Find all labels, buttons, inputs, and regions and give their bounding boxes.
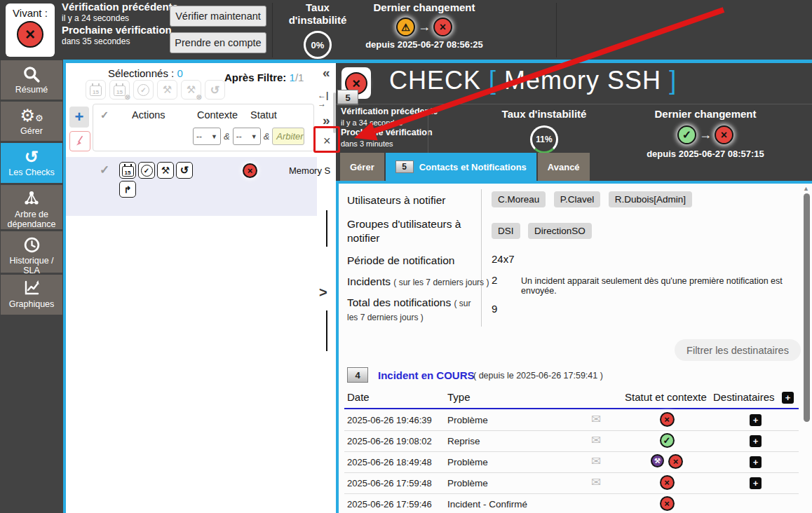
calendar-15-icon: 15 [90,86,102,96]
envelope-badge-icon: 5 [395,160,414,173]
bracket-open: [ [489,66,496,95]
search-icon [2,65,61,83]
add-recipient-button[interactable]: + [750,477,762,489]
check-now-button[interactable]: Vérifier maintenant [170,6,266,27]
notification-date: 2025-06-26 19:08:02 [347,436,432,446]
users-chips: C.Moreau P.Clavel R.Dubois[Admin] [492,191,697,207]
bracket-close: ] [669,66,677,95]
context-filter-select[interactable]: --▼ [193,128,221,145]
bulk-downtime-button[interactable]: ⚒ [157,80,177,100]
sidebar-item-resume[interactable]: Résumé [1,60,62,100]
sidebar-item-gerer[interactable]: ⚙⚙ Gérer [1,102,62,141]
scrollbar-thumb[interactable] [804,193,810,422]
check-title-prefix: CHECK [389,66,481,95]
sidebar-item-arbre[interactable]: Arbre de dépendance [1,185,62,229]
and-separator: & [264,131,270,142]
select-all-check[interactable]: ✓ [100,109,109,121]
incidents-label-text: Incidents [347,275,391,287]
user-chip[interactable]: C.Moreau [492,191,546,207]
notification-row: 2025-06-26 17:59:48 Problème ✉ × + [344,472,799,494]
group-chip[interactable]: DSI [492,223,520,239]
tools-icon: ⚒ [163,83,172,96]
check-timing-block: Vérification précédente il y a 24 second… [62,1,178,47]
broom-icon [74,135,86,147]
clear-filters-button[interactable] [69,131,90,151]
collapse-panel-button[interactable]: « [323,66,330,79]
table-header-recipients: Destinataires [713,391,775,403]
splitter-line-top [326,210,327,247]
check-title: CHECK [ Memory SSH ] [389,66,677,95]
column-actions: Actions [132,109,165,121]
sidebar-item-label: Historique / SLA [9,256,53,275]
add-recipient-button[interactable]: + [750,435,762,447]
add-check-button[interactable]: + [69,107,89,128]
add-recipient-header-button[interactable]: + [782,392,794,404]
row-acknowledge-button[interactable]: ✓ [138,162,155,179]
add-recipient-button[interactable]: + [750,456,762,468]
row-downtime-button[interactable]: ⚒ [157,162,174,179]
row-select-check[interactable]: ✓ [100,163,109,177]
and-separator: & [224,131,230,142]
notification-date: 2025-06-26 17:59:46 [347,499,432,509]
splitter-chevron[interactable]: > [319,285,327,301]
cancel-x-mark: ⊗ [125,94,130,101]
table-header-type: Type [447,391,471,403]
tab-contacts-notifications[interactable]: 5 Contacts et Notifications [386,153,536,181]
ok-state-icon: ✓ [677,125,696,144]
detail-last-change-block: Dernier changement ✓ → × depuis 2025-06-… [635,108,776,160]
row-check-name[interactable]: Memory S [289,165,330,176]
last-change-since: depuis 2025-06-27 08:57:15 [635,149,776,160]
after-filter-label: Après Filtre: 1/1 [224,71,304,83]
error-state-icon: × [715,125,733,144]
last-change-since: depuis 2025-06-27 08:56:25 [365,39,484,50]
name-filter-input[interactable]: Arbiter [272,128,304,145]
expand-panel-button[interactable]: » [323,114,330,127]
top-status-bar: Vivant : × Vérification précédente il y … [0,0,812,60]
downtime-status-icon: ⚒ [651,454,664,467]
sidebar-item-graphiques[interactable]: Graphiques [1,275,62,315]
acknowledge-button[interactable]: Prendre en compte [170,32,266,53]
row-calendar-button[interactable]: 15 [119,162,136,179]
tab-gerer[interactable]: Gérer [340,153,384,181]
notification-type: Problème [447,415,488,425]
last-change-label: Dernier changement [365,1,484,14]
status-filter-select[interactable]: --▼ [233,128,261,145]
warning-state-icon: ⚠ [396,18,415,36]
calendar-15-cancel-icon: 15 [114,86,126,96]
check-row-memory-ssh[interactable]: ✓ 15 ✓ ⚒ ↺ ↱ × Memory S [66,157,317,216]
sidebar-nav: Résumé ⚙⚙ Gérer ↺ Les Checks Arbre de dé… [0,60,63,513]
sidebar-item-historique[interactable]: Historique / SLA [1,231,62,273]
notification-type: Reprise [447,436,480,446]
bulk-recheck-button[interactable]: ↺ [205,80,225,100]
detail-instability-block: Taux d'instabilité 11% [474,108,614,153]
error-status-icon: × [660,496,675,511]
rotate-arrow-icon: ↺ [180,164,189,177]
group-chip[interactable]: DirectionSO [528,223,592,239]
table-header-date: Date [347,391,370,403]
instability-gauge: 0% [304,31,332,59]
scrollbar-up-arrow[interactable]: ▲ [803,185,809,192]
table-header-status: Statut et contexte [625,391,707,403]
add-recipient-button[interactable]: + [750,414,762,426]
filter-recipients-button[interactable]: Filtrer les destinataires [675,339,801,361]
sidebar-item-label: Gérer [20,126,43,136]
detail-check-timing: Vérification précédente il y a 34 second… [341,107,438,149]
row-export-button[interactable]: ↱ [119,181,136,198]
selected-count-value: 0 [177,67,182,79]
user-chip[interactable]: P.Clavel [554,191,601,207]
tab-avance[interactable]: Avancé [538,153,590,181]
last-change-icons: ⚠ → × [365,18,484,36]
groups-chips: DSI DirectionSO [492,223,597,239]
bulk-calendar-button[interactable]: 15 [86,80,106,100]
alive-label: Vivant : [6,7,55,19]
notification-date: 2025-06-26 17:59:48 [347,478,432,488]
bulk-acknowledge-button[interactable]: ✓ [133,80,154,100]
topbar-divider-1 [272,3,273,57]
ok-status-icon: ✓ [660,433,675,448]
row-recheck-button[interactable]: ↺ [176,162,193,179]
bulk-downtime-cancel-button[interactable]: ⚒⊗ [181,80,201,100]
incident-title-link[interactable]: Incident en COURS [378,369,475,381]
user-chip[interactable]: R.Dubois[Admin] [609,191,692,207]
bulk-calendar-cancel-button[interactable]: 15⊗ [109,80,130,100]
sidebar-item-les-checks[interactable]: ↺ Les Checks [1,143,62,183]
